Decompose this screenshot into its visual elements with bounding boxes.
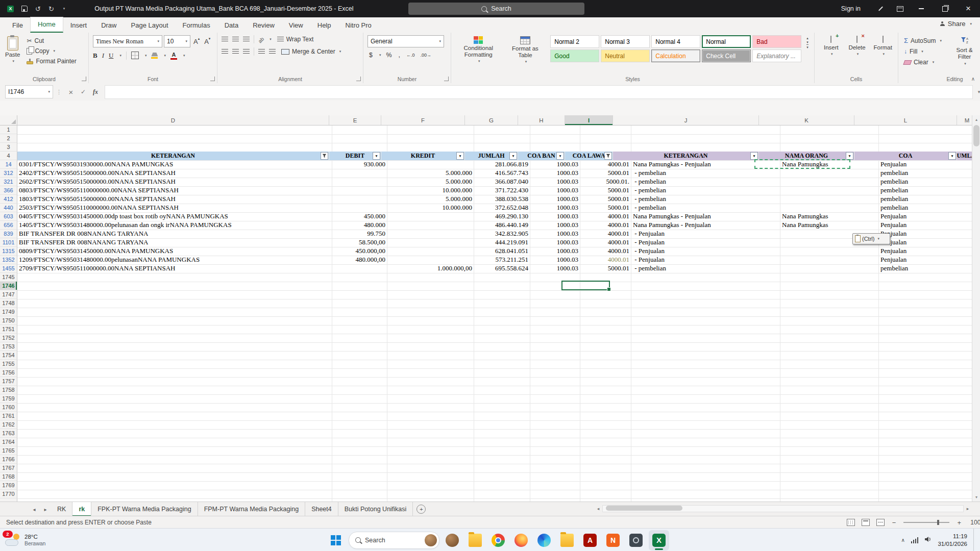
cell-F1101[interactable] — [387, 238, 474, 247]
cell-F1753[interactable] — [387, 342, 474, 352]
number-dialog-launcher[interactable] — [444, 77, 449, 81]
cell-L1746[interactable] — [879, 282, 980, 291]
cell-L839[interactable]: Penjualan — [879, 230, 980, 239]
cell-D1752[interactable] — [17, 334, 332, 343]
row-header-1768[interactable]: 1768 — [0, 472, 17, 481]
cell-D1767[interactable] — [17, 464, 332, 473]
align-middle-button[interactable] — [232, 37, 239, 42]
customize-qat-button[interactable] — [62, 7, 65, 11]
scroll-left-icon[interactable] — [594, 506, 602, 511]
cell-I1101[interactable]: 4000.01 — [580, 238, 631, 247]
cell-H1755[interactable] — [530, 360, 580, 369]
cell-G412[interactable]: 388.030.538 — [474, 195, 530, 204]
cell-I1755[interactable] — [580, 360, 631, 369]
cell-I366[interactable]: 5000.01 — [580, 186, 631, 195]
cell-L1761[interactable] — [879, 412, 980, 421]
sign-in-button[interactable]: Sign in — [841, 5, 861, 12]
cell-D1748[interactable] — [17, 299, 332, 308]
cell-L4[interactable]: COA — [854, 152, 957, 161]
cell-G1752[interactable] — [474, 334, 530, 343]
cell-J1752[interactable] — [631, 334, 780, 343]
increase-font-size-button[interactable]: A▴ — [192, 38, 201, 45]
cell-I14[interactable]: 4000.01 — [580, 160, 631, 169]
cell-J1753[interactable] — [631, 342, 780, 352]
row-header-1[interactable]: 1 — [0, 126, 17, 134]
cell-H1754[interactable] — [530, 351, 580, 360]
cell-E1753[interactable] — [332, 342, 387, 352]
cell-F1[interactable] — [387, 126, 474, 135]
cell-G1755[interactable] — [474, 360, 530, 369]
column-header-H[interactable]: H — [518, 115, 565, 125]
cut-button[interactable]: Cut — [25, 37, 78, 45]
ribbon-tab-nitro-pro[interactable]: Nitro Pro — [338, 18, 379, 33]
cell-G1758[interactable] — [474, 386, 530, 395]
taskbar-acrobat-icon[interactable] — [580, 530, 600, 550]
cell-G1767[interactable] — [474, 464, 530, 473]
cell-D3[interactable] — [17, 143, 332, 152]
cell-F1769[interactable] — [387, 481, 474, 490]
cell-I603[interactable]: 4000.01 — [580, 212, 631, 221]
cell-L1766[interactable] — [879, 455, 980, 464]
cell-style-calculation[interactable]: Calculation — [651, 49, 700, 62]
row-header-839[interactable]: 839 — [0, 230, 17, 238]
cell-K1747[interactable] — [780, 290, 879, 299]
cell-E14[interactable]: 930.000 — [332, 160, 387, 169]
cell-F1759[interactable] — [387, 394, 474, 404]
cell-L1750[interactable] — [879, 316, 980, 325]
column-header-K[interactable]: K — [759, 115, 854, 125]
cell-K4[interactable]: NAMA ORANG — [759, 152, 854, 161]
cell-G1749[interactable] — [474, 308, 530, 317]
cell-F656[interactable] — [387, 221, 474, 230]
row-header-1751[interactable]: 1751 — [0, 325, 17, 334]
cell-D1747[interactable] — [17, 290, 332, 299]
copy-button[interactable]: Copy — [25, 47, 78, 55]
borders-button[interactable] — [131, 52, 139, 59]
cell-E1455[interactable] — [332, 264, 387, 273]
filter-button-F[interactable] — [456, 152, 464, 160]
wrap-text-button[interactable]: Wrap Text — [276, 35, 315, 43]
zoom-level[interactable]: 100% — [969, 519, 980, 526]
cell-E1747[interactable] — [332, 290, 387, 299]
filter-button-G[interactable] — [509, 152, 517, 160]
filter-button-E[interactable] — [373, 152, 380, 160]
cell-J1755[interactable] — [631, 360, 780, 369]
sheet-tab-sheet4[interactable]: Sheet4 — [305, 502, 338, 516]
cell-F366[interactable]: 10.000.000 — [387, 186, 474, 195]
scroll-down-icon[interactable] — [972, 493, 980, 502]
align-bottom-button[interactable] — [243, 37, 250, 42]
cell-J1352[interactable]: - Penjualan — [631, 256, 780, 265]
cell-D4[interactable]: KETERANGAN — [17, 152, 329, 161]
row-header-656[interactable]: 656 — [0, 221, 17, 230]
cell-F321[interactable]: 5.000.000 — [387, 178, 474, 187]
redo-button[interactable] — [48, 5, 54, 13]
horizontal-scrollbar[interactable] — [594, 504, 972, 514]
filter-button-H[interactable] — [556, 152, 564, 160]
cell-L2[interactable] — [879, 134, 980, 143]
taskbar-chrome-icon[interactable] — [488, 530, 508, 550]
increase-decimal-button[interactable] — [405, 53, 416, 58]
cell-G1757[interactable] — [474, 377, 530, 386]
cell-K1755[interactable] — [780, 360, 879, 369]
zoom-out-icon[interactable] — [891, 519, 897, 527]
cell-L1763[interactable] — [879, 429, 980, 438]
cell-G1760[interactable] — [474, 403, 530, 412]
cell-I1769[interactable] — [580, 481, 631, 490]
cell-J1766[interactable] — [631, 455, 780, 464]
cell-I1749[interactable] — [580, 308, 631, 317]
cell-E366[interactable] — [332, 186, 387, 195]
row-header-14[interactable]: 14 — [0, 160, 17, 169]
cell-J1759[interactable] — [631, 394, 780, 404]
ribbon-tab-file[interactable]: File — [5, 18, 30, 33]
cell-G1747[interactable] — [474, 290, 530, 299]
taskbar-photos-icon[interactable] — [442, 530, 462, 550]
cell-F2[interactable] — [387, 134, 474, 143]
fill-button[interactable]: Fill — [902, 47, 949, 56]
cell-K1767[interactable] — [780, 464, 879, 473]
cell-D1768[interactable] — [17, 472, 332, 482]
ribbon-tab-view[interactable]: View — [282, 18, 310, 33]
titlebar-search[interactable]: Search — [408, 3, 584, 15]
cell-D1749[interactable] — [17, 308, 332, 317]
formula-input[interactable] — [105, 85, 973, 99]
format-as-table-button[interactable]: Format as Table — [504, 35, 547, 65]
cell-D14[interactable]: 0301/FTSCY/WS95031930000.00NANA PAMUNGKA… — [17, 160, 332, 169]
